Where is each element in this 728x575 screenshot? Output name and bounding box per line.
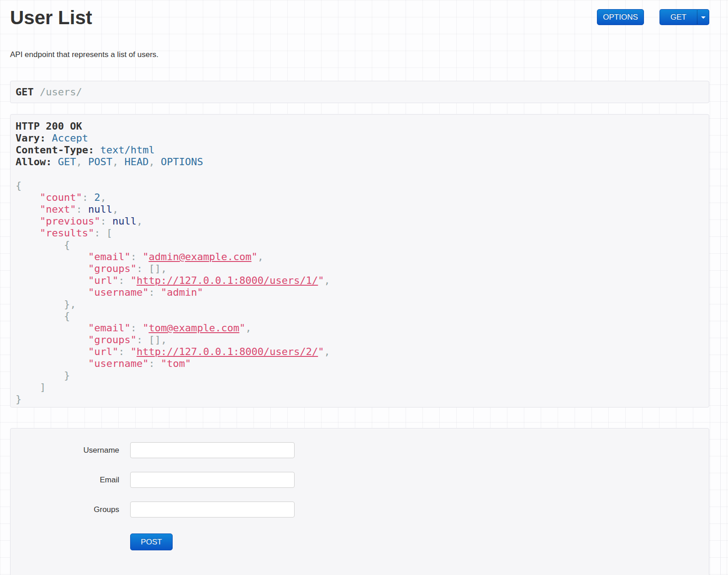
form-rows: UsernameEmailGroups — [11, 442, 709, 518]
page-right-border — [720, 0, 721, 575]
post-form-panel: UsernameEmailGroups POST — [10, 428, 709, 575]
form-actions: POST — [130, 533, 709, 550]
field-label-username: Username — [11, 446, 119, 455]
response-panel: HTTP 200 OK Vary: Accept Content-Type: t… — [10, 114, 709, 408]
email-input[interactable] — [130, 472, 295, 488]
json-link[interactable]: http://127.0.0.1:8000/users/1/ — [137, 275, 318, 286]
username-input[interactable] — [130, 442, 295, 458]
field-label-email: Email — [11, 476, 119, 485]
response-body: HTTP 200 OK Vary: Accept Content-Type: t… — [16, 120, 704, 405]
json-link[interactable]: admin@example.com — [148, 251, 251, 262]
caret-down-icon — [701, 16, 706, 19]
request-path: /users/ — [40, 86, 82, 98]
request-info-bar: GET /users/ — [10, 81, 709, 103]
json-link[interactable]: http://127.0.0.1:8000/users/2/ — [137, 346, 318, 357]
page-description: API endpoint that represents a list of u… — [10, 50, 158, 59]
post-button[interactable]: POST — [130, 533, 173, 550]
page-title: User List — [10, 7, 92, 28]
toolbar: OPTIONS GET — [597, 9, 709, 25]
options-button[interactable]: OPTIONS — [597, 9, 644, 25]
form-row-groups: Groups — [11, 502, 709, 518]
user-list-page: OPTIONS GET User List API endpoint that … — [0, 0, 728, 575]
form-row-username: Username — [11, 442, 709, 458]
get-format-dropdown-button[interactable] — [697, 9, 709, 25]
form-row-email: Email — [11, 472, 709, 488]
json-link[interactable]: tom@example.com — [148, 322, 239, 334]
groups-input[interactable] — [130, 502, 295, 518]
get-button-group: GET — [659, 9, 709, 25]
request-method: GET — [16, 86, 34, 98]
field-label-groups: Groups — [11, 505, 119, 514]
get-button[interactable]: GET — [659, 9, 697, 25]
